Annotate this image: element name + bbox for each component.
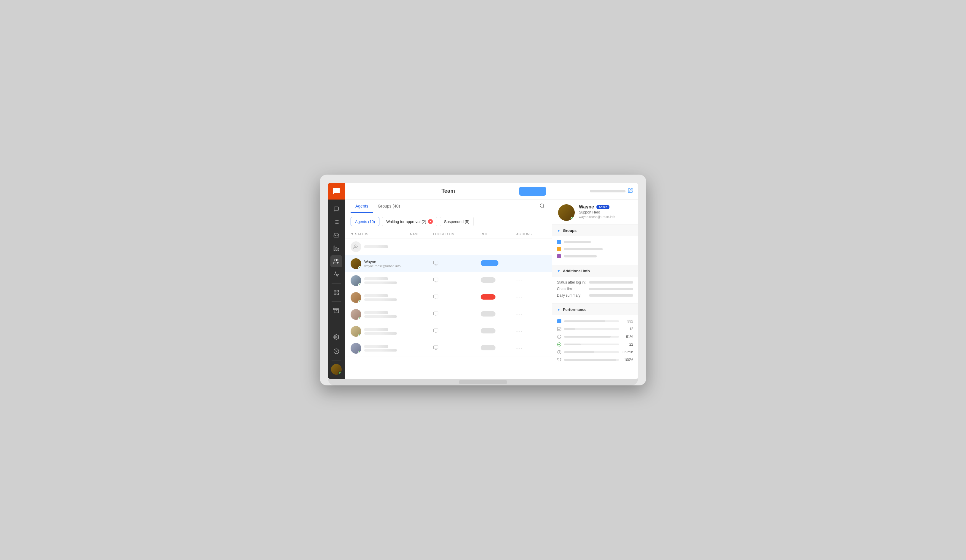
panel-user-info: Wayne Admin Support Hero wayne.reese@urb… xyxy=(579,204,632,218)
skeleton-group-name xyxy=(564,248,603,250)
perf-value-response: 35 min xyxy=(621,350,633,354)
sidebar-item-apps[interactable] xyxy=(330,287,342,299)
panel-user-email: wayne.reese@urban.info xyxy=(579,215,632,218)
skeleton-email xyxy=(364,332,397,335)
sidebar-divider xyxy=(332,283,341,284)
logged-on-icon xyxy=(433,260,481,267)
table-row[interactable]: ··· xyxy=(345,323,552,340)
search-icon-button[interactable] xyxy=(538,202,546,211)
perf-row-chats: 332 xyxy=(557,319,633,324)
agent-info xyxy=(351,275,410,286)
tab-groups[interactable]: Groups (40) xyxy=(373,200,405,213)
filter-agents-button[interactable]: Agents (10) xyxy=(351,217,380,226)
skeleton-name xyxy=(364,294,388,297)
agent-email: wayne.reese@urban.info xyxy=(364,264,401,268)
skeleton-name xyxy=(364,311,388,314)
agent-info xyxy=(351,326,410,337)
svg-rect-43 xyxy=(557,327,561,331)
svg-rect-7 xyxy=(336,247,337,251)
sidebar-item-reports[interactable] xyxy=(330,242,342,254)
actions-button[interactable]: ··· xyxy=(516,261,546,267)
svg-rect-11 xyxy=(337,291,339,292)
sidebar-item-chat[interactable] xyxy=(330,203,342,215)
tab-agents[interactable]: Agents xyxy=(351,200,373,213)
info-row-chats: Chats limit: xyxy=(557,287,633,291)
info-label-status: Status after log in: xyxy=(557,280,586,284)
skeleton-group-name xyxy=(564,241,591,243)
agent-info xyxy=(351,309,410,320)
additional-info-header[interactable]: ▼ Additional info xyxy=(552,265,638,277)
page-title: Team xyxy=(410,188,486,194)
table-row[interactable] xyxy=(345,238,552,255)
page-header: Team xyxy=(345,183,552,200)
svg-point-44 xyxy=(557,335,561,338)
sidebar-user-avatar[interactable] xyxy=(331,364,342,375)
perf-bar-container xyxy=(564,320,619,322)
panel-name-row: Wayne Admin xyxy=(579,204,632,210)
svg-rect-24 xyxy=(434,261,438,264)
add-agent-button[interactable] xyxy=(519,187,546,195)
sidebar-item-archive[interactable] xyxy=(330,305,342,317)
panel-search-bar xyxy=(590,190,626,192)
perf-value-goals: 22 xyxy=(621,342,633,347)
logged-on-icon xyxy=(433,328,481,335)
response-time-icon xyxy=(557,350,562,355)
groups-section-header[interactable]: ▼ Groups xyxy=(552,225,638,236)
agent-avatar xyxy=(351,326,361,337)
agent-avatar xyxy=(351,309,361,320)
groups-section-body xyxy=(552,236,638,265)
group-color-swatch xyxy=(557,247,561,251)
filter-agents-label: Agents (10) xyxy=(355,219,375,224)
right-panel: Wayne Admin Support Hero wayne.reese@urb… xyxy=(552,183,638,379)
sidebar-item-analytics[interactable] xyxy=(330,268,342,280)
skeleton-info-value xyxy=(589,281,633,284)
role-badge xyxy=(481,328,496,333)
col-status[interactable]: ▼ STATUS xyxy=(351,232,410,236)
svg-rect-8 xyxy=(338,248,339,251)
filter-waiting-button[interactable]: Waiting for approval (2) ● xyxy=(382,217,437,226)
filter-suspended-button[interactable]: Suspended (5) xyxy=(440,217,474,226)
agent-avatar xyxy=(351,258,361,269)
role-badge xyxy=(481,294,496,300)
logged-on-icon xyxy=(433,294,481,301)
skeleton-email xyxy=(364,315,397,318)
actions-button[interactable]: ··· xyxy=(516,312,546,318)
actions-button[interactable]: ··· xyxy=(516,345,546,351)
perf-bar xyxy=(564,336,611,338)
edit-icon[interactable] xyxy=(628,188,633,194)
additional-info-body: Status after log in: Chats limit: Daily … xyxy=(552,277,638,304)
perf-row-satisfaction: 91% xyxy=(557,334,633,339)
chevron-down-icon: ▼ xyxy=(557,269,560,273)
agent-info xyxy=(351,292,410,303)
goals-icon xyxy=(557,342,562,347)
status-dot xyxy=(358,300,361,303)
groups-section: ▼ Groups xyxy=(552,225,638,265)
tabs: Agents Groups (40) xyxy=(351,200,405,213)
table-row[interactable]: ··· xyxy=(345,289,552,306)
header-right xyxy=(486,187,546,195)
agent-info xyxy=(351,241,410,252)
actions-button[interactable]: ··· xyxy=(516,278,546,284)
actions-button[interactable]: ··· xyxy=(516,328,546,335)
agent-name: Wayne xyxy=(364,259,401,264)
sidebar-item-inbox[interactable] xyxy=(330,229,342,241)
skeleton-email xyxy=(364,349,397,351)
rating-icon xyxy=(557,358,562,362)
sidebar-item-settings[interactable] xyxy=(330,331,342,343)
perf-bar-container xyxy=(564,328,619,330)
sidebar-item-help[interactable] xyxy=(330,345,342,357)
table-row[interactable]: ··· xyxy=(345,272,552,289)
table-row[interactable]: Wayne wayne.reese@urban.info ··· xyxy=(345,255,552,272)
sidebar-logo[interactable] xyxy=(328,183,345,200)
table-row[interactable]: ··· xyxy=(345,306,552,323)
table-row[interactable]: ··· xyxy=(345,340,552,357)
actions-button[interactable]: ··· xyxy=(516,294,546,301)
svg-rect-13 xyxy=(334,293,336,295)
sidebar-item-list[interactable] xyxy=(330,216,342,228)
svg-rect-36 xyxy=(434,329,438,332)
col-logged-on: LOGGED ON xyxy=(433,232,481,236)
sidebar-item-team[interactable] xyxy=(330,255,342,267)
chats-icon xyxy=(557,319,562,324)
performance-section-header[interactable]: ▼ Performance xyxy=(552,304,638,315)
additional-info-section: ▼ Additional info Status after log in: C… xyxy=(552,265,638,304)
